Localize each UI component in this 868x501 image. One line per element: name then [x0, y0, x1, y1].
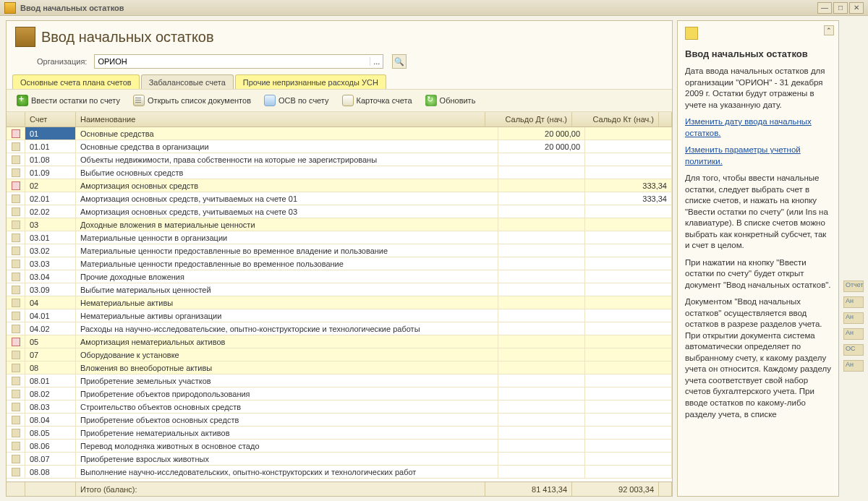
change-date-link[interactable]: Изменить дату ввода начальных остатков.: [685, 116, 831, 139]
table-row[interactable]: 02Амортизация основных средств333,34: [7, 179, 672, 192]
open-docs-button[interactable]: Открыть список документов: [130, 93, 254, 108]
cell-debit: [498, 401, 585, 413]
side-chip-5[interactable]: Ан: [843, 360, 864, 372]
table-row[interactable]: 04.02Расходы на научно-исследовательские…: [7, 322, 672, 335]
cell-account: 08.01: [25, 374, 76, 387]
cell-credit: [585, 453, 672, 465]
osv-button[interactable]: ОСВ по счету: [261, 93, 332, 108]
row-status-icon: [12, 129, 20, 138]
table-row[interactable]: 03.03Материальные ценности предоставленн…: [7, 257, 672, 270]
table-row[interactable]: 03.09Выбытие материальных ценностей: [7, 283, 672, 296]
cell-account: 03.02: [25, 244, 76, 257]
side-chip-4[interactable]: ОС: [843, 344, 864, 356]
grid-footer: Итого (баланс): 81 413,34 92 003,34: [7, 481, 672, 496]
table-row[interactable]: 08.06Перевод молодняка животных в основн…: [7, 440, 672, 453]
row-status-icon: [12, 181, 20, 190]
side-chip-0[interactable]: Отчеты: [843, 281, 864, 292]
cell-credit: [585, 270, 672, 283]
row-status-icon: [12, 338, 20, 346]
cell-name: Амортизация основных средств, учитываемы…: [76, 205, 498, 218]
cell-debit: [498, 440, 585, 452]
change-policy-link[interactable]: Изменить параметры учетной политики.: [685, 145, 831, 167]
col-credit[interactable]: Сальдо Кт (нач.): [572, 112, 659, 127]
table-row[interactable]: 08Вложения во внеоборотные активы: [7, 361, 672, 374]
table-row[interactable]: 08.08Выполнение научно-исследовательских…: [7, 466, 672, 479]
org-input[interactable]: [95, 57, 370, 66]
row-status-icon: [12, 299, 20, 307]
tab-0[interactable]: Основные счета плана счетов: [12, 74, 140, 90]
close-button[interactable]: ✕: [849, 2, 864, 14]
document-icon: [133, 95, 145, 106]
cell-debit: [498, 322, 585, 335]
tab-1[interactable]: Забалансовые счета: [141, 74, 234, 90]
cell-credit: [585, 231, 672, 244]
table-row[interactable]: 01.01Основные средства в организации20 0…: [7, 140, 672, 153]
refresh-button[interactable]: Обновить: [422, 93, 479, 108]
table-row[interactable]: 02.02Амортизация основных средств, учиты…: [7, 205, 672, 218]
table-row[interactable]: 03Доходные вложения в материальные ценно…: [7, 218, 672, 231]
header-icon: [15, 27, 35, 47]
scroll-up-icon[interactable]: ⌃: [824, 25, 834, 35]
row-status-icon: [12, 351, 20, 359]
table-row[interactable]: 04.01Нематериальные активы организации: [7, 309, 672, 322]
org-select-button[interactable]: ...: [370, 57, 383, 66]
side-chip-3[interactable]: Ан: [843, 328, 864, 340]
row-status-icon: [12, 142, 20, 151]
footer-label: Итого (баланс):: [76, 482, 485, 496]
help-panel[interactable]: ⌃ Ввод начальных остатков Дата ввода нач…: [677, 20, 839, 497]
cell-credit: [585, 414, 672, 426]
tab-2[interactable]: Прочие непризнанные расходы УСН: [235, 74, 386, 90]
cell-account: 01.08: [25, 153, 76, 166]
col-account[interactable]: Счет: [25, 112, 76, 127]
table-row[interactable]: 01.09Выбытие основных средств: [7, 166, 672, 179]
table-row[interactable]: 08.05Приобретение нематериальных активов: [7, 427, 672, 440]
table-row[interactable]: 07Оборудование к установке: [7, 348, 672, 361]
row-status-icon: [12, 442, 20, 450]
table-row[interactable]: 01.08Объекты недвижимости, права собстве…: [7, 153, 672, 166]
table-row[interactable]: 03.02Материальные ценности предоставленн…: [7, 244, 672, 257]
cell-credit: [585, 153, 672, 166]
cell-debit: [498, 374, 585, 387]
col-name[interactable]: Наименование: [76, 112, 485, 127]
table-row[interactable]: 08.02Приобретение объектов природопользо…: [7, 387, 672, 401]
grid-header: Счет Наименование Сальдо Дт (нач.) Сальд…: [7, 112, 672, 127]
grid-body[interactable]: 01Основные средства20 000,0001.01Основны…: [7, 127, 672, 481]
cell-debit: [498, 427, 585, 439]
cell-account: 08.02: [25, 387, 76, 400]
cell-account: 04.01: [25, 309, 76, 322]
table-row[interactable]: 08.04Приобретение объектов основных сред…: [7, 414, 672, 427]
minimize-button[interactable]: —: [817, 2, 832, 14]
cell-debit: [498, 309, 585, 322]
card-icon: [342, 95, 354, 106]
side-chip-2[interactable]: Ан: [843, 312, 864, 324]
cell-account: 05: [25, 335, 76, 348]
side-chip-1[interactable]: Ан: [843, 296, 864, 308]
cell-credit: [585, 257, 672, 270]
col-debit[interactable]: Сальдо Дт (нач.): [485, 112, 572, 127]
table-row[interactable]: 04Нематериальные активы: [7, 296, 672, 309]
cell-debit: [498, 166, 585, 179]
table-row[interactable]: 02.01Амортизация основных средств, учиты…: [7, 192, 672, 205]
card-button[interactable]: Карточка счета: [339, 93, 415, 108]
cell-account: 03.09: [25, 283, 76, 296]
cell-account: 04.02: [25, 322, 76, 335]
table-row[interactable]: 05Амортизация нематериальных активов: [7, 335, 672, 348]
table-row[interactable]: 08.03Строительство объектов основных сре…: [7, 401, 672, 414]
add-balance-button[interactable]: Ввести остатки по счету: [14, 93, 123, 108]
cell-account: 03.03: [25, 257, 76, 270]
cell-account: 03.04: [25, 270, 76, 283]
org-search-button[interactable]: 🔍: [392, 54, 407, 69]
table-row[interactable]: 08.07Приобретение взрослых животных: [7, 453, 672, 466]
restore-button[interactable]: □: [833, 2, 848, 14]
table-row[interactable]: 03.01Материальные ценности в организации: [7, 231, 672, 244]
cell-credit: [585, 166, 672, 179]
table-row[interactable]: 01Основные средства20 000,00: [7, 127, 672, 140]
app-window: Ввод начальных остатков — □ ✕ Ввод начал…: [0, 0, 868, 501]
table-row[interactable]: 03.04Прочие доходные вложения: [7, 270, 672, 283]
cell-debit: [498, 218, 585, 231]
cell-account: 01: [25, 127, 76, 140]
table-row[interactable]: 08.01Приобретение земельных участков: [7, 374, 672, 387]
cell-account: 04: [25, 296, 76, 309]
cell-name: Приобретение объектов природопользования: [76, 387, 498, 400]
org-field[interactable]: ...: [94, 54, 383, 69]
